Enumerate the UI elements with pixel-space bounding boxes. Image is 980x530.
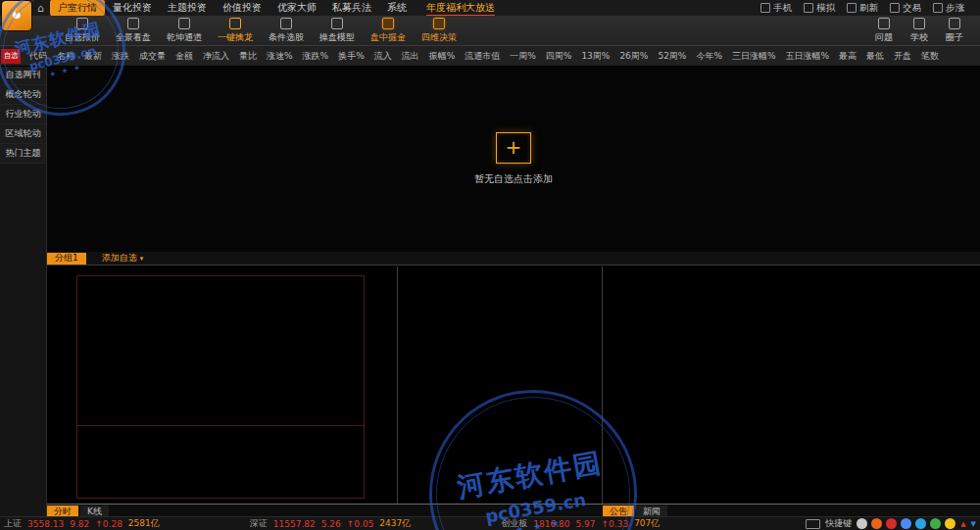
column-header[interactable]: 流入 — [369, 50, 397, 63]
tool-intraday-gold[interactable]: 盘中掘金 — [363, 16, 414, 45]
bottom-tab-strip: 分时 K线 公告 新闻 — [47, 504, 980, 517]
menu-item-theme[interactable]: 主题投资 — [160, 0, 215, 16]
menu-item-strategy[interactable]: 私募兵法 — [324, 0, 379, 16]
headset-icon — [878, 18, 890, 29]
main-menu: 户室行情 量化投资 主题投资 价值投资 优家大师 私募兵法 系统 — [50, 0, 415, 16]
tray-icon-cyan[interactable] — [915, 518, 926, 529]
sidebar-item-hot[interactable]: 热门主题 — [0, 144, 46, 164]
rank-icon — [933, 3, 943, 13]
left-sidebar: 自选网刊 概念轮动 行业轮动 区域轮动 热门主题 — [0, 66, 47, 516]
quick-link-rank[interactable]: 步涨 — [933, 2, 964, 15]
tool-school[interactable]: 学校 — [902, 16, 937, 45]
sidebar-item-watchlist[interactable]: 自选网刊 — [0, 66, 46, 85]
column-header[interactable]: 金额 — [171, 50, 198, 63]
caret-down-icon: ▾ — [140, 255, 144, 263]
column-header[interactable]: 涨速% — [262, 50, 298, 63]
column-header[interactable]: 量比 — [234, 50, 262, 63]
tool-help[interactable]: 问题 — [866, 16, 902, 45]
tool-trading-model[interactable]: 操盘模型 — [312, 16, 363, 45]
column-header[interactable]: 今年% — [691, 50, 727, 63]
promo-link[interactable]: 年度福利大放送 — [426, 1, 495, 16]
scroll-down-icon[interactable]: ▼ — [971, 520, 976, 528]
menu-item-master[interactable]: 优家大师 — [270, 0, 324, 16]
sidebar-item-region[interactable]: 区域轮动 — [0, 124, 46, 144]
column-header[interactable]: 振幅% — [424, 50, 461, 63]
tray-icon-gray[interactable] — [857, 518, 867, 529]
column-header[interactable]: 最低 — [861, 50, 889, 63]
tool-watchlist-quote[interactable]: 自选报价 — [57, 16, 108, 45]
column-header[interactable]: 开盘 — [889, 50, 916, 63]
column-header[interactable]: 13周% — [576, 50, 614, 63]
quick-links: 手机 模拟 刷新 交易 步涨 — [760, 2, 980, 15]
tray-icon-orange[interactable] — [871, 518, 882, 529]
menu-item-quant[interactable]: 量化投资 — [105, 0, 160, 16]
status-tray: 快捷键 ▲ ▼ — [806, 517, 976, 530]
quote-grid-icon — [76, 18, 88, 29]
column-header[interactable]: 流通市值 — [460, 50, 505, 63]
tray-icons — [857, 518, 956, 529]
quick-link-mobile[interactable]: 手机 — [760, 2, 792, 15]
menu-item-value[interactable]: 价值投资 — [215, 0, 270, 16]
column-header[interactable]: 换手% — [333, 50, 369, 63]
table-columns: 代码 名称 最新 涨跌 成交量 金额 净流入 量比 涨速% 涨跌% 换手% — [24, 50, 980, 63]
tool-one-key-dragon[interactable]: 一键擒龙 — [210, 16, 261, 45]
tool-qiankun-channel[interactable]: 乾坤通道 — [159, 16, 210, 45]
tray-icon-yellow[interactable] — [945, 518, 956, 529]
sidebar-item-industry[interactable]: 行业轮动 — [0, 105, 46, 124]
column-header[interactable]: 26周% — [614, 50, 653, 63]
tool-community[interactable]: 圈子 — [937, 16, 972, 45]
scroll-up-icon[interactable]: ▲ — [960, 520, 965, 528]
column-header[interactable]: 流出 — [397, 50, 424, 63]
decision-icon — [433, 18, 445, 29]
index-quotes: 上证 3558.13 9.82 ↑0.28 2581亿 深证 11557.82 … — [4, 517, 660, 530]
tool-stock-screener[interactable]: 条件选股 — [261, 16, 312, 45]
empty-state-text: 暂无自选点击添加 — [474, 172, 553, 186]
column-header[interactable]: 52周% — [653, 50, 691, 63]
menu-item-system[interactable]: 系统 — [379, 0, 415, 16]
column-header[interactable]: 三日涨幅% — [727, 50, 781, 63]
tray-icon-red[interactable] — [886, 518, 897, 529]
column-header[interactable]: 笔数 — [916, 50, 944, 63]
add-watchlist-group-button[interactable]: 添加自选 ▾ — [94, 253, 152, 265]
home-icon[interactable]: ⌂ — [37, 2, 44, 15]
simulate-icon — [804, 3, 813, 13]
column-header[interactable]: 最高 — [834, 50, 861, 63]
tray-icon-blue[interactable] — [901, 518, 911, 529]
column-header[interactable]: 涨跌 — [107, 50, 134, 63]
tool-panorama[interactable]: 全景看盘 — [108, 16, 159, 45]
add-stock-button[interactable]: + — [496, 132, 531, 164]
status-bar: 上证 3558.13 9.82 ↑0.28 2581亿 深证 11557.82 … — [0, 516, 980, 530]
tray-icon-green[interactable] — [930, 518, 941, 529]
channel-icon — [178, 18, 190, 29]
sidebar-item-concept[interactable]: 概念轮动 — [0, 85, 46, 105]
menu-item-market[interactable]: 户室行情 — [50, 0, 105, 16]
chart-volume-divider — [77, 425, 364, 426]
column-header[interactable]: 代码 — [24, 50, 52, 63]
tab-watchlist[interactable]: 自选 — [1, 49, 21, 64]
trading-app-window: ⌂ 户室行情 量化投资 主题投资 价值投资 优家大师 私募兵法 系统 年度福利大… — [0, 0, 980, 530]
gold-icon — [382, 18, 394, 29]
column-header[interactable]: 涨跌% — [298, 50, 334, 63]
intraday-chart-panel — [47, 266, 398, 504]
tool-decision[interactable]: 四维决策 — [414, 16, 465, 45]
filter-icon — [280, 18, 292, 29]
column-header[interactable]: 成交量 — [134, 50, 171, 63]
column-header[interactable]: 最新 — [79, 50, 107, 63]
title-bar: ⌂ 户室行情 量化投资 主题投资 价值投资 优家大师 私募兵法 系统 年度福利大… — [0, 0, 980, 16]
column-header[interactable]: 五日涨幅% — [781, 50, 835, 63]
quick-link-trade[interactable]: 交易 — [890, 2, 921, 15]
column-header[interactable]: 一周% — [505, 50, 541, 63]
quick-link-refresh[interactable]: 刷新 — [847, 2, 878, 15]
watchlist-table-body: + 暂无自选点击添加 — [47, 66, 980, 252]
tab-group-1[interactable]: 分组1 — [47, 253, 86, 265]
group-tabs-strip: 分组1 添加自选 ▾ — [47, 252, 980, 265]
app-logo — [2, 1, 31, 30]
quick-link-simulate[interactable]: 模拟 — [804, 2, 835, 15]
trade-icon — [890, 3, 900, 13]
column-header[interactable]: 四周% — [541, 50, 577, 63]
column-header[interactable]: 净流入 — [198, 50, 234, 63]
school-icon — [913, 18, 925, 29]
shortcut-key-button[interactable]: 快捷键 — [825, 517, 852, 530]
keyboard-icon[interactable] — [806, 519, 820, 529]
column-header[interactable]: 名称 — [52, 50, 79, 63]
